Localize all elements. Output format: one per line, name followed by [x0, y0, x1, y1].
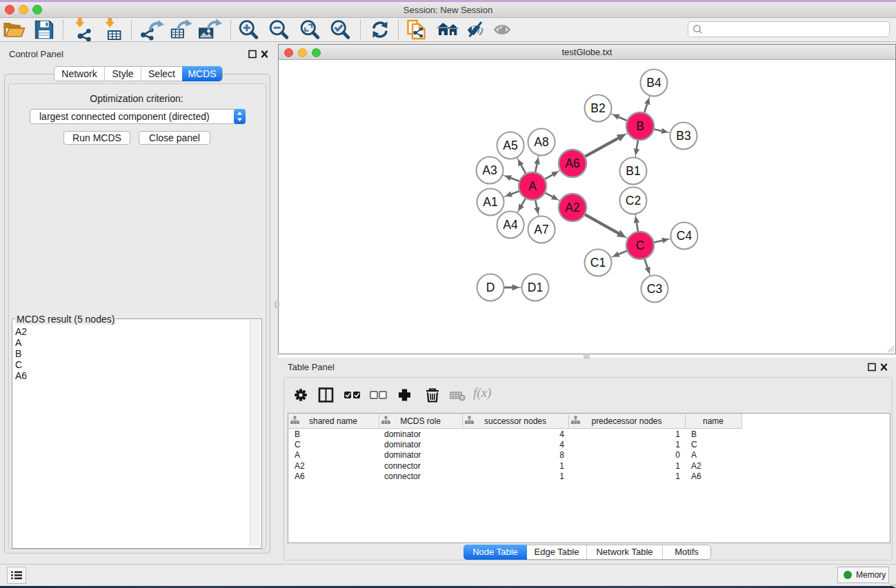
- svg-text:B2: B2: [590, 101, 605, 115]
- svg-text:C1: C1: [590, 256, 606, 270]
- svg-text:B4: B4: [646, 76, 661, 90]
- svg-text:A6: A6: [565, 156, 579, 170]
- svg-text:C3: C3: [647, 282, 662, 296]
- svg-text:C: C: [636, 239, 645, 252]
- svg-text:A3: A3: [482, 163, 497, 177]
- svg-text:C2: C2: [626, 194, 641, 207]
- svg-text:B1: B1: [626, 164, 640, 178]
- svg-text:B: B: [636, 119, 644, 133]
- svg-text:A8: A8: [534, 135, 548, 149]
- svg-text:D1: D1: [528, 281, 543, 294]
- svg-text:A: A: [528, 179, 537, 193]
- svg-text:A2: A2: [565, 201, 579, 214]
- svg-text:C4: C4: [677, 229, 693, 243]
- svg-text:A1: A1: [483, 195, 497, 209]
- svg-text:A7: A7: [534, 223, 548, 236]
- svg-text:A5: A5: [503, 139, 517, 152]
- svg-text:A4: A4: [503, 218, 518, 232]
- svg-text:B3: B3: [676, 129, 690, 143]
- svg-text:D: D: [486, 281, 495, 294]
